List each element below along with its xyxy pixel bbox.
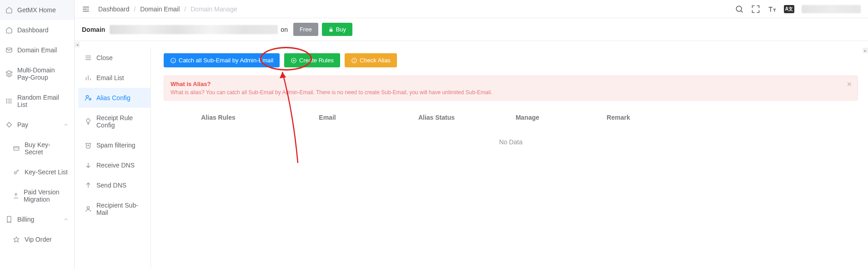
svg-point-5 [6, 99, 7, 99]
svg-point-10 [14, 172, 16, 174]
sidebar-item-pay[interactable]: Pay [0, 115, 74, 135]
close-icon[interactable]: ✕ [847, 81, 852, 88]
lock-icon [328, 27, 334, 32]
language-badge[interactable]: A文 [784, 5, 794, 13]
sidebar-item-key-secret-list[interactable]: Key-Secret List [0, 162, 74, 182]
arrow-down-icon [85, 162, 92, 169]
sidebar-item-random-email[interactable]: Random Email List [0, 87, 74, 115]
table-header-remark: Remark [564, 114, 673, 121]
sidebar-label: Paid Version Migration [24, 188, 69, 203]
bar-chart-icon [85, 74, 92, 81]
check-alias-button[interactable]: Check Alias [345, 53, 397, 67]
text-size-icon[interactable] [768, 5, 777, 14]
sidebar-label: Billing [17, 216, 34, 223]
subnav-item-send-dns[interactable]: Send DNS [78, 175, 151, 195]
svg-line-16 [741, 10, 743, 12]
breadcrumb-sep: / [134, 5, 135, 13]
chevron-up-icon [63, 217, 69, 222]
subnav-label: Receive DNS [96, 162, 135, 169]
svg-rect-17 [329, 29, 332, 31]
sidebar-label: Random Email List [17, 94, 69, 108]
home-outline-icon [5, 26, 13, 34]
subnav-item-receipt-rule[interactable]: Receipt Rule Config [78, 108, 151, 135]
breadcrumb-sep: / [184, 5, 186, 13]
svg-rect-35 [354, 60, 354, 62]
sidebar-item-domain-email[interactable]: Domain Email [0, 40, 74, 60]
table-no-data: No Data [164, 127, 858, 157]
subnav-label: Recipient Sub-Mail [96, 202, 144, 216]
user-info-redacted[interactable] [802, 5, 861, 13]
subnav-item-spam[interactable]: Spam filtering [78, 135, 151, 155]
mail-icon [5, 46, 13, 54]
price-tag-icon [5, 121, 13, 128]
sidebar-label: Dashboard [17, 26, 49, 34]
menu-toggle-icon[interactable] [82, 5, 90, 13]
chevron-up-icon [63, 122, 69, 127]
user-icon [85, 205, 92, 213]
sidebar-label: GetMX Home [17, 6, 56, 14]
credit-card-icon [13, 145, 20, 152]
subnav-label: Close [96, 54, 113, 61]
table-header-alias-rules: Alias Rules [164, 114, 273, 121]
domain-label: Domain [82, 26, 105, 33]
user-settings-icon [85, 94, 92, 102]
sidebar-item-billing[interactable]: Billing [0, 209, 74, 229]
menu-icon [85, 54, 92, 61]
free-button[interactable]: Free [293, 23, 318, 36]
subnav-label: Email List [96, 74, 124, 81]
sidebar-item-paid-migration[interactable]: Paid Version Migration [0, 182, 74, 209]
collapse-right-icon[interactable]: ▸ [863, 48, 868, 53]
arrow-up-icon [85, 182, 92, 189]
breadcrumb-item[interactable]: Dashboard [98, 5, 130, 13]
sidebar-item-dashboard[interactable]: Dashboard [0, 20, 74, 40]
subnav-label: Spam filtering [96, 142, 135, 149]
table-header-manage: Manage [491, 114, 564, 121]
subnav-item-alias-config[interactable]: Alias Config [78, 88, 151, 108]
svg-marker-1 [6, 71, 12, 74]
sidebar-item-home[interactable]: GetMX Home [0, 0, 74, 20]
fullscreen-icon[interactable] [751, 5, 760, 14]
subnav-item-close[interactable]: Close [78, 48, 151, 68]
domain-suffix: on [281, 26, 288, 33]
svg-point-7 [6, 102, 7, 103]
plus-circle-icon [291, 57, 297, 64]
breadcrumb-item[interactable]: Domain Email [140, 5, 180, 13]
upload-icon [13, 192, 19, 199]
sidebar-label: Multi-Domain Pay-Group [17, 66, 69, 81]
svg-point-22 [89, 98, 91, 100]
sidebar-item-buy-key-secret[interactable]: Buy Key-Secret [0, 135, 74, 162]
info-icon [351, 57, 357, 64]
domain-value-redacted [110, 25, 278, 34]
subnav-item-recipient-sub-mail[interactable]: Recipient Sub-Mail [78, 195, 151, 223]
receipt-icon [5, 216, 13, 223]
catch-all-button[interactable]: Catch all Sub-Email by Admin-Email [164, 53, 280, 67]
svg-marker-11 [14, 237, 19, 242]
subnav-item-email-list[interactable]: Email List [78, 68, 151, 88]
table-header-email: Email [273, 114, 382, 121]
buy-button[interactable]: Buy [322, 23, 352, 36]
svg-point-15 [736, 6, 742, 11]
alias-info-alert: What is Alias? What is alias? You can ca… [164, 76, 858, 101]
trash-icon [85, 142, 92, 149]
subnav-label: Receipt Rule Config [96, 114, 144, 129]
svg-point-23 [86, 119, 90, 122]
collapse-left-icon[interactable]: ◂ [75, 42, 80, 47]
svg-point-6 [6, 101, 7, 101]
svg-point-34 [354, 59, 355, 60]
sidebar-label: Domain Email [17, 46, 57, 54]
table-header-alias-status: Alias Status [382, 114, 491, 121]
create-rules-button[interactable]: Create Rules [284, 53, 340, 67]
sidebar-label: Pay [17, 121, 28, 128]
sidebar-item-vip-order[interactable]: Vip Order [0, 229, 74, 249]
key-icon [13, 168, 20, 176]
subnav-label: Alias Config [96, 94, 130, 102]
subnav-item-receive-dns[interactable]: Receive DNS [78, 155, 151, 175]
search-icon[interactable] [735, 5, 744, 14]
svg-point-26 [87, 207, 89, 209]
svg-rect-8 [14, 147, 19, 150]
list-icon [5, 97, 13, 105]
svg-point-21 [86, 96, 88, 98]
sidebar-item-multi-domain[interactable]: Multi-Domain Pay-Group [0, 60, 74, 87]
breadcrumb-item-current: Domain Manage [191, 5, 237, 13]
alert-title: What is Alias? [171, 81, 851, 87]
